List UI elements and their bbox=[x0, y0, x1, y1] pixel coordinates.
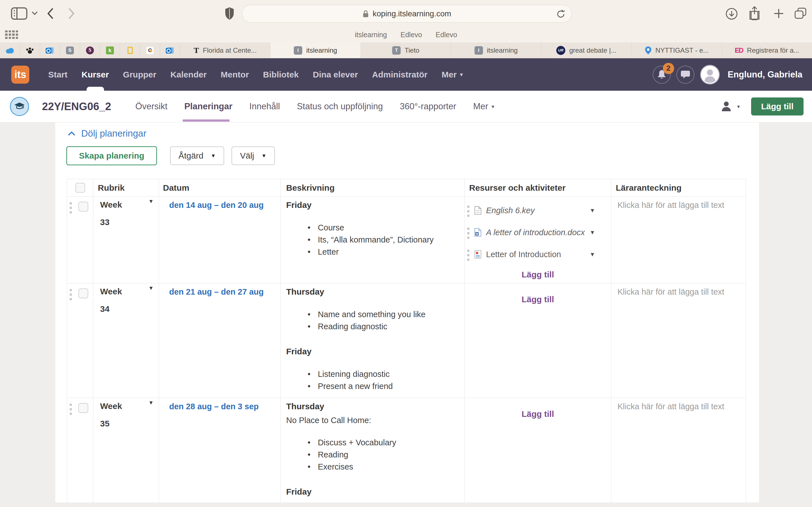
notifications-button[interactable]: 2 bbox=[653, 66, 671, 83]
resource-item[interactable]: English 6.key ▼ bbox=[465, 200, 611, 221]
person-icon bbox=[721, 101, 731, 112]
nav-item-mentor[interactable]: Mentor bbox=[214, 58, 256, 91]
tab-innehall[interactable]: Innehåll bbox=[241, 91, 289, 122]
date-range-link[interactable]: den 28 aug – den 3 sep bbox=[169, 402, 259, 411]
teacher-note-cell[interactable]: Klicka här för att lägga till text bbox=[611, 196, 746, 283]
beskrivning-cell[interactable]: Thursday Name and something you like Rea… bbox=[281, 283, 465, 398]
nav-item-grupper[interactable]: Grupper bbox=[116, 58, 163, 91]
resource-item[interactable]: W A letter of introduction.docx ▼ bbox=[465, 221, 611, 243]
tab-itslearning-2[interactable]: I itslearning bbox=[451, 43, 541, 58]
nav-item-mer[interactable]: Mer ▾ bbox=[435, 58, 470, 91]
date-range-link[interactable]: den 14 aug – den 20 aug bbox=[169, 201, 264, 210]
pinned-tab-frame[interactable] bbox=[120, 43, 140, 58]
tab-registrera[interactable]: ED Registrera för a... bbox=[722, 43, 812, 58]
caret-down-icon[interactable]: ▼ bbox=[148, 198, 154, 205]
resource-add-row: Lägg till bbox=[465, 401, 611, 419]
add-resource-link[interactable]: Lägg till bbox=[522, 409, 554, 418]
nav-item-kurser[interactable]: Kurser bbox=[74, 58, 116, 91]
tab-nyttigast[interactable]: NYTTIGAST - e... bbox=[631, 43, 722, 58]
user-avatar[interactable] bbox=[700, 65, 720, 84]
nav-item-dina-elever[interactable]: Dina elever bbox=[306, 58, 365, 91]
downloads-button[interactable] bbox=[725, 7, 738, 20]
tab-overview-button[interactable] bbox=[794, 7, 807, 20]
caret-down-icon[interactable]: ▼ bbox=[148, 285, 154, 291]
header-datum: Datum bbox=[159, 179, 281, 196]
pinned-tab-paw[interactable] bbox=[20, 43, 40, 58]
add-resource-link[interactable]: Lägg till bbox=[522, 295, 554, 304]
row-checkbox[interactable] bbox=[79, 288, 88, 298]
reload-icon[interactable] bbox=[556, 9, 565, 18]
action-dropdown-label: Åtgärd bbox=[179, 151, 203, 161]
apps-grid-icon[interactable] bbox=[5, 31, 18, 39]
pinned-tab-s-purple[interactable]: S bbox=[80, 43, 100, 58]
itslearning-logo[interactable]: its bbox=[11, 66, 29, 83]
beskrivning-cell[interactable]: Friday Course Its, “Alla kommande”, Dict… bbox=[281, 196, 465, 283]
tab-planeringar[interactable]: Planeringar bbox=[176, 91, 241, 122]
pinned-tab-outlook-2[interactable] bbox=[160, 43, 180, 58]
resource-item[interactable]: Letter of Introduction ▼ bbox=[465, 243, 611, 265]
course-icon[interactable] bbox=[10, 97, 29, 116]
day-heading: Friday bbox=[286, 347, 458, 356]
drag-handle[interactable] bbox=[467, 228, 469, 239]
tab-mer[interactable]: Mer ▾ bbox=[465, 91, 503, 122]
drag-handle[interactable] bbox=[467, 206, 469, 217]
tab-oversikt[interactable]: Översikt bbox=[127, 91, 176, 122]
select-dropdown[interactable]: Välj ▼ bbox=[232, 147, 275, 165]
pinned-tab-k-green[interactable]: k bbox=[100, 43, 120, 58]
collapse-plannings-link[interactable]: Dölj planeringar bbox=[68, 128, 146, 139]
teacher-note-cell[interactable]: Klicka här för att lägga till text bbox=[611, 283, 746, 398]
bookmark-edlevo-2[interactable]: Edlevo bbox=[436, 31, 457, 39]
beskrivning-cell[interactable]: Thursday No Place to Call Home: Discuss … bbox=[281, 398, 465, 503]
caret-down-icon[interactable]: ▼ bbox=[590, 207, 595, 214]
sidebar-chevron-down-icon[interactable] bbox=[32, 11, 38, 15]
tab-tieto[interactable]: T Tieto bbox=[361, 43, 451, 58]
url-bar[interactable]: koping.itslearning.com bbox=[242, 5, 572, 22]
caret-down-icon[interactable]: ▼ bbox=[148, 400, 154, 406]
add-resource-link[interactable]: Lägg till bbox=[522, 270, 554, 279]
drag-handle[interactable] bbox=[70, 202, 72, 214]
teacher-note-cell[interactable]: Klicka här för att lägga till text bbox=[611, 398, 746, 503]
action-dropdown[interactable]: Åtgärd ▼ bbox=[170, 147, 224, 165]
row-checkbox[interactable] bbox=[79, 202, 88, 212]
nav-item-start[interactable]: Start bbox=[41, 58, 74, 91]
nav-item-administrator[interactable]: Administratör bbox=[365, 58, 435, 91]
pinned-tab-s-gray[interactable]: S bbox=[60, 43, 80, 58]
sidebar-toggle-icon[interactable] bbox=[11, 7, 28, 20]
tab-great-debate[interactable]: UR great debate |... bbox=[541, 43, 631, 58]
row-checkbox[interactable] bbox=[79, 403, 88, 413]
forward-button[interactable] bbox=[68, 7, 75, 20]
tab-360-rapporter[interactable]: 360°-rapporter bbox=[391, 91, 465, 122]
date-range-link[interactable]: den 21 aug – den 27 aug bbox=[169, 287, 264, 296]
new-tab-button[interactable] bbox=[773, 8, 784, 19]
tab-itslearning-active[interactable]: I itslearning bbox=[270, 43, 361, 58]
bookmark-edlevo-1[interactable]: Edlevo bbox=[401, 31, 422, 39]
user-name[interactable]: Englund, Gabriela bbox=[728, 69, 802, 80]
header-rubrik: Rubrik bbox=[93, 179, 159, 196]
create-planning-button[interactable]: Skapa planering bbox=[66, 146, 157, 165]
back-button[interactable] bbox=[47, 7, 54, 20]
messages-button[interactable] bbox=[676, 66, 695, 83]
pinned-tab-c[interactable]: C bbox=[140, 43, 160, 58]
add-button[interactable]: Lägg till bbox=[751, 98, 804, 115]
caret-down-icon[interactable]: ▼ bbox=[590, 251, 595, 258]
caret-down-icon[interactable]: ▼ bbox=[590, 229, 595, 236]
file-icon bbox=[474, 206, 481, 215]
bookmark-itslearning[interactable]: itslearning bbox=[355, 31, 387, 39]
privacy-shield-icon[interactable] bbox=[224, 7, 235, 20]
tab-florida[interactable]: T Florida at Cente... bbox=[180, 43, 270, 58]
nav-item-kalender[interactable]: Kalender bbox=[163, 58, 213, 91]
pinned-tab-cloud[interactable] bbox=[0, 43, 20, 58]
select-all-checkbox[interactable] bbox=[75, 183, 85, 193]
drag-handle[interactable] bbox=[70, 289, 72, 300]
drag-handle[interactable] bbox=[467, 249, 469, 261]
screen: { "browser": { "url": "koping.itslearnin… bbox=[0, 0, 812, 507]
c-orange-dot-icon: C bbox=[146, 47, 154, 54]
nav-item-bibliotek[interactable]: Bibliotek bbox=[256, 58, 306, 91]
drag-handle[interactable] bbox=[70, 404, 72, 415]
pinned-tab-outlook-1[interactable] bbox=[40, 43, 60, 58]
share-button[interactable] bbox=[749, 6, 760, 21]
tab-status-och-uppfoljning[interactable]: Status och uppföljning bbox=[289, 91, 391, 122]
datum-cell: den 14 aug – den 20 aug bbox=[159, 196, 281, 283]
itslearning-logo-icon: I bbox=[474, 46, 483, 55]
participants-dropdown[interactable]: ▾ bbox=[721, 101, 740, 112]
